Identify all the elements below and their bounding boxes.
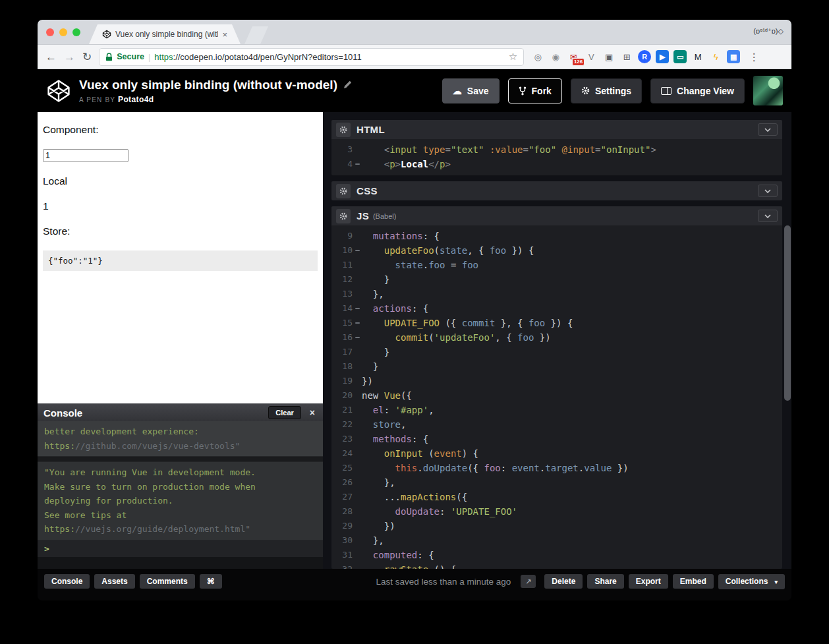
extension-icon[interactable]: M [691,50,704,63]
extension-icon[interactable]: ϟ [709,50,722,63]
edit-pencil-icon[interactable] [343,80,352,89]
console-message: "You are running Vue in development mode… [38,461,323,541]
console-filler [38,557,323,570]
extension-icon[interactable]: ◎ [531,50,544,63]
code-line[interactable]: 29 }) [331,519,782,533]
console-clear-button[interactable]: Clear [268,406,301,419]
extension-icon[interactable]: ▣ [602,50,615,63]
code-text: rawState () { [362,562,782,569]
code-line[interactable]: 30 }, [331,533,782,548]
pen-author[interactable]: Potato4d [118,95,154,104]
extension-icon[interactable]: ◉ [549,50,562,63]
collections-button[interactable]: Collections▾ [718,574,785,589]
line-number: 16 [331,330,353,345]
html-code-area[interactable]: 3 <input type="text" :value="foo" @input… [331,139,782,175]
fork-button[interactable]: Fork [508,78,562,103]
code-line[interactable]: 10 updateFoo(state, { foo }) { [331,243,782,258]
codepen-logo[interactable] [46,78,71,103]
fold-marker-icon[interactable] [353,330,362,345]
browser-tab[interactable]: Vuex only simple binding (with × [89,24,241,44]
code-line[interactable]: 31 computed: { [331,548,782,562]
back-icon[interactable]: ← [45,51,57,63]
footer-assets-button[interactable]: Assets [94,574,134,589]
delete-button[interactable]: Delete [544,574,583,589]
code-line[interactable]: 9 mutations: { [331,229,782,243]
css-editor-panel: CSS [331,181,782,200]
extension-icon[interactable]: ▶ [656,50,669,63]
address-bar[interactable]: Secure | https://codepen.io/potato4d/pen… [99,48,524,66]
bookmark-star-icon[interactable]: ☆ [509,51,517,63]
forward-icon[interactable]: → [64,51,75,63]
extension-icon[interactable]: R [638,50,651,63]
share-button[interactable]: Share [587,574,623,589]
refresh-icon[interactable]: ↻ [82,51,92,63]
js-code-area[interactable]: 9 mutations: {10 updateFoo(state, { foo … [331,225,782,569]
code-line[interactable]: 4 <p>Local</p> [331,157,782,171]
html-settings-button[interactable] [336,123,351,137]
code-line[interactable]: 26 }, [331,475,782,490]
tab-close-icon[interactable]: × [222,30,227,40]
window-close-button[interactable] [46,28,54,36]
footer-console-button[interactable]: Console [44,574,90,589]
code-line[interactable]: 14 actions: { [331,301,782,316]
console-title: Console [43,407,82,419]
code-line[interactable]: 3 <input type="text" :value="foo" @input… [331,142,782,157]
code-line[interactable]: 27 ...mapActions({ [331,490,782,504]
code-line[interactable]: 25 this.doUpdate({ foo: event.target.val… [331,461,782,475]
html-panel-header: HTML [331,120,782,139]
code-line[interactable]: 23 methods: { [331,432,782,446]
change-view-button[interactable]: Change View [650,78,745,103]
fold-marker-icon[interactable] [353,316,362,330]
extension-icon[interactable]: ▭ [673,50,687,63]
css-collapse-button[interactable] [758,185,778,197]
code-line[interactable]: 11 state.foo = foo [331,258,782,272]
code-text: UPDATE_FOO ({ commit }, { foo }) { [362,316,782,330]
editor-scrollbar[interactable] [784,225,791,401]
fold-marker-icon[interactable] [353,243,362,258]
code-line[interactable]: 18 } [331,359,782,374]
browser-menu-icon[interactable]: ⋮ [749,51,759,63]
code-line[interactable]: 17 } [331,345,782,359]
user-avatar[interactable] [753,76,783,105]
embed-button[interactable]: Embed [673,574,714,589]
settings-button[interactable]: Settings [571,78,642,103]
external-link-icon[interactable]: ↗ [521,575,536,588]
new-tab-button[interactable] [244,26,268,44]
code-line[interactable]: 12 } [331,272,782,287]
fold-marker-icon[interactable] [353,301,362,316]
console-prompt[interactable]: > [38,541,323,557]
fold-marker-icon[interactable] [353,157,362,171]
code-line[interactable]: 16 commit('updateFoo', { foo }) [331,330,782,345]
html-collapse-button[interactable] [758,123,778,136]
code-line[interactable]: 21 el: '#app', [331,403,782,417]
window-minimize-button[interactable] [59,28,67,36]
export-button[interactable]: Export [629,574,668,589]
code-line[interactable]: 24 onInput (event) { [331,446,782,461]
code-line[interactable]: 32 rawState () { [331,562,782,569]
console-log-line: https://vuejs.org/guide/deployment.html" [44,522,316,537]
window-zoom-button[interactable] [72,28,80,36]
code-line[interactable]: 20new Vue({ [331,388,782,403]
extension-icon[interactable]: ✉126 [567,50,580,63]
code-line[interactable]: 22 store, [331,417,782,432]
footer-comments-button[interactable]: Comments [140,574,195,589]
extension-icon[interactable]: ⊞ [620,50,633,63]
code-line[interactable]: 28 doUpdate: 'UPDATE_FOO' [331,504,782,519]
code-line[interactable]: 13 }, [331,287,782,301]
foo-input[interactable] [43,149,129,162]
fold-gutter [353,446,362,461]
code-line[interactable]: 15 UPDATE_FOO ({ commit }, { foo }) { [331,316,782,330]
js-settings-button[interactable] [336,209,351,223]
css-settings-button[interactable] [336,184,351,198]
extension-icon[interactable]: V [585,50,598,63]
editor-column: HTML 3 <input type="text" :value="foo" @… [323,112,791,569]
console-close-icon[interactable]: × [308,407,317,418]
extension-icon[interactable]: ▦ [727,50,740,63]
code-text: commit('updateFoo', { foo }) [362,330,782,345]
code-line[interactable]: 19}) [331,374,782,388]
keyboard-shortcuts-button[interactable]: ⌘ [200,574,222,589]
save-button[interactable]: ☁Save [442,78,500,103]
html-panel-title: HTML [357,124,385,135]
fold-gutter [353,519,362,533]
js-collapse-button[interactable] [758,210,778,222]
